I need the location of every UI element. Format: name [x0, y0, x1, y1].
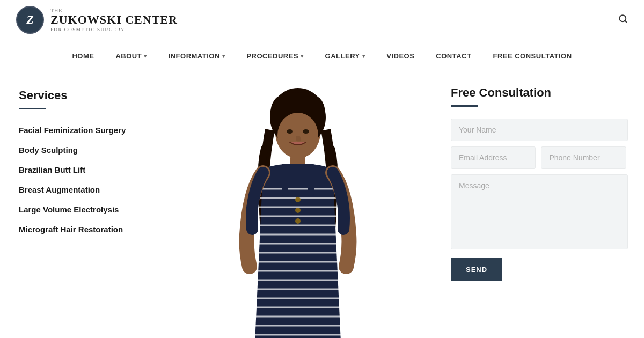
service-brazilian-butt-lift[interactable]: Brazilian Butt Lift: [19, 160, 142, 180]
svg-point-12: [295, 218, 301, 224]
name-input[interactable]: [451, 119, 628, 141]
nav-information[interactable]: INFORMATION ▾: [158, 49, 236, 63]
logo-sub: FOR COSMETIC SURGERY: [50, 27, 178, 32]
panel-divider: [451, 105, 478, 107]
nav-about[interactable]: ABOUT ▾: [105, 49, 157, 63]
services-title: Services: [19, 89, 142, 102]
name-row: [451, 119, 628, 141]
chevron-down-icon: ▾: [144, 53, 147, 59]
service-facial-feminization[interactable]: Facial Feminization Surgery: [19, 120, 142, 140]
service-large-volume-electrolysis[interactable]: Large Volume Electrolysis: [19, 200, 142, 219]
nav-contact[interactable]: CONTACT: [425, 49, 482, 63]
nav-gallery[interactable]: GALLERY ▾: [314, 49, 376, 63]
svg-point-10: [295, 197, 301, 202]
message-textarea[interactable]: [451, 174, 628, 249]
logo-icon: Z: [16, 6, 44, 34]
chevron-down-icon: ▾: [301, 53, 304, 59]
search-icon[interactable]: [618, 14, 628, 26]
svg-rect-8: [282, 164, 288, 196]
service-breast-augmentation[interactable]: Breast Augmentation: [19, 180, 142, 200]
consultation-panel: Free Consultation SEND: [435, 72, 644, 338]
person-image: [217, 72, 378, 338]
svg-line-1: [625, 20, 626, 22]
email-input[interactable]: [451, 146, 536, 169]
svg-point-4: [277, 113, 318, 158]
svg-point-11: [295, 208, 301, 213]
svg-point-5: [287, 129, 293, 134]
main-content: Services Facial Feminization Surgery Bod…: [0, 72, 644, 338]
service-body-sculpting[interactable]: Body Sculpting: [19, 140, 142, 160]
nav-free-consultation[interactable]: FREE CONSULTATION: [482, 49, 582, 63]
center-image-area: [161, 72, 435, 338]
chevron-down-icon: ▾: [222, 53, 225, 59]
logo-text: THE ZUKOWSKI CENTER FOR COSMETIC SURGERY: [50, 8, 178, 32]
service-micrograft-hair-restoration[interactable]: Micrograft Hair Restoration: [19, 219, 142, 239]
svg-rect-9: [308, 164, 314, 196]
nav-videos[interactable]: VIDEOS: [376, 49, 425, 63]
phone-input[interactable]: [541, 146, 626, 169]
email-phone-row: [451, 146, 628, 169]
header: Z THE ZUKOWSKI CENTER FOR COSMETIC SURGE…: [0, 0, 644, 40]
logo-area[interactable]: Z THE ZUKOWSKI CENTER FOR COSMETIC SURGE…: [16, 6, 178, 34]
sidebar-divider: [19, 108, 46, 109]
svg-point-6: [303, 129, 309, 134]
nav-procedures[interactable]: PROCEDURES ▾: [236, 49, 314, 63]
navigation: HOME ABOUT ▾ INFORMATION ▾ PROCEDURES ▾ …: [0, 40, 644, 72]
nav-home[interactable]: HOME: [61, 49, 105, 63]
send-button[interactable]: SEND: [451, 258, 502, 281]
consultation-title: Free Consultation: [451, 86, 628, 100]
logo-main-name: ZUKOWSKI CENTER: [50, 13, 178, 26]
services-sidebar: Services Facial Feminization Surgery Bod…: [0, 72, 161, 338]
chevron-down-icon: ▾: [362, 53, 365, 59]
